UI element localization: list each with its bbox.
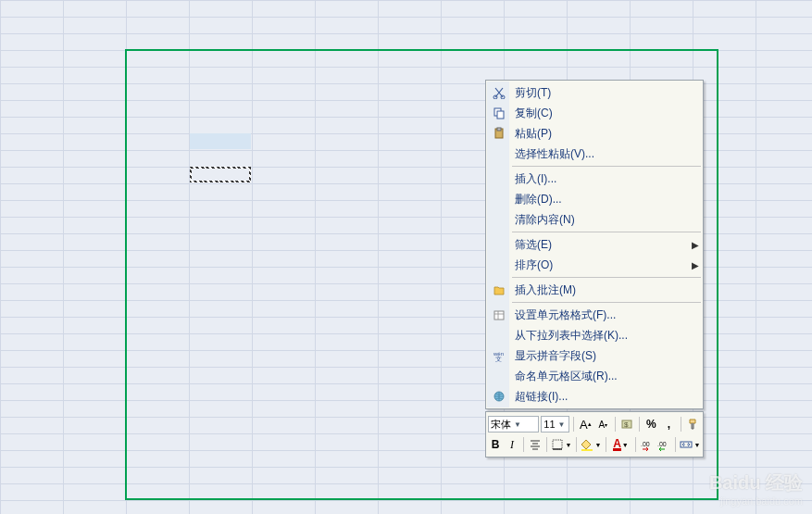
menu-label: 清除内容(N) xyxy=(515,212,699,228)
dropdown-caret-icon: ▼ xyxy=(558,420,566,429)
mini-toolbar: 宋体 ▼ 11 ▼ A▴ A▾ $ % , B I ▼ xyxy=(485,411,704,458)
blank-icon xyxy=(491,237,507,252)
menu-copy[interactable]: 复制(C) xyxy=(486,103,703,123)
menu-label: 超链接(I)... xyxy=(515,389,699,405)
menu-separator xyxy=(512,302,701,303)
menu-paste-special[interactable]: 选择性粘贴(V)... xyxy=(486,144,703,164)
menu-label: 粘贴(P) xyxy=(515,126,699,142)
submenu-arrow-icon: ▶ xyxy=(692,240,699,250)
menu-phonetic[interactable]: wén文 显示拼音字段(S) xyxy=(486,345,703,366)
align-center-button[interactable] xyxy=(528,436,543,453)
font-name-combo[interactable]: 宋体 ▼ xyxy=(488,416,539,433)
italic-button[interactable]: I xyxy=(505,436,519,453)
menu-delete[interactable]: 删除(D)... xyxy=(486,189,703,209)
font-name-value: 宋体 xyxy=(491,418,511,432)
svg-rect-3 xyxy=(497,111,504,119)
svg-rect-6 xyxy=(494,311,504,320)
menu-label: 命名单元格区域(R)... xyxy=(515,369,699,384)
svg-rect-13 xyxy=(581,449,593,451)
menu-pick-from-list[interactable]: 从下拉列表中选择(K)... xyxy=(486,325,703,345)
menu-label: 设置单元格格式(F)... xyxy=(515,307,699,323)
hyperlink-icon xyxy=(491,389,507,404)
menu-separator xyxy=(512,232,701,232)
menu-hyperlink[interactable]: 超链接(I)... xyxy=(486,386,703,407)
menu-name-range[interactable]: 命名单元格区域(R)... xyxy=(486,366,703,386)
svg-text:文: 文 xyxy=(495,356,502,362)
bold-button[interactable]: B xyxy=(488,436,503,453)
menu-sort[interactable]: 排序(O) ▶ xyxy=(486,255,703,275)
menu-label: 复制(C) xyxy=(515,106,699,121)
borders-button[interactable]: ▼ xyxy=(551,436,572,453)
submenu-arrow-icon: ▶ xyxy=(692,260,699,270)
increase-decimal-button[interactable]: .00 xyxy=(656,436,671,453)
menu-format-cells[interactable]: 设置单元格格式(F)... xyxy=(486,305,703,325)
menu-clear[interactable]: 清除内容(N) xyxy=(486,209,703,230)
phonetic-icon: wén文 xyxy=(491,348,507,363)
svg-rect-5 xyxy=(497,128,501,131)
decrease-decimal-button[interactable]: .00 xyxy=(640,436,655,453)
menu-filter[interactable]: 筛选(E) ▶ xyxy=(486,234,703,255)
folder-icon xyxy=(491,282,507,297)
svg-rect-12 xyxy=(553,440,562,449)
menu-label: 删除(D)... xyxy=(515,192,699,207)
accounting-format-button[interactable]: $ xyxy=(619,416,635,433)
merge-center-button[interactable]: ▼ xyxy=(680,436,701,453)
paste-icon xyxy=(491,126,507,141)
context-menu: 剪切(T) 复制(C) 粘贴(P) 选择性粘贴(V)... 插入(I)... 删… xyxy=(485,80,704,409)
fill-color-button[interactable]: ▼ xyxy=(581,436,602,453)
menu-separator xyxy=(512,166,701,167)
active-cell-marquee xyxy=(190,167,251,182)
scissors-icon xyxy=(491,85,507,100)
font-color-button[interactable]: A ▼ xyxy=(610,436,631,453)
format-painter-button[interactable] xyxy=(685,416,701,433)
menu-cut[interactable]: 剪切(T) xyxy=(486,82,703,103)
grow-font-button[interactable]: A▴ xyxy=(578,416,593,433)
blank-icon xyxy=(491,369,507,383)
svg-text:.00: .00 xyxy=(657,441,667,447)
menu-label: 选择性粘贴(V)... xyxy=(515,146,699,162)
dropdown-caret-icon: ▼ xyxy=(514,420,521,429)
menu-label: 插入批注(M) xyxy=(515,282,699,298)
blank-icon xyxy=(491,146,507,161)
percent-button[interactable]: % xyxy=(643,416,659,433)
comma-button[interactable]: , xyxy=(661,416,677,433)
font-size-value: 11 xyxy=(543,419,555,430)
menu-label: 筛选(E) xyxy=(515,237,692,253)
blank-icon xyxy=(491,212,507,227)
menu-paste[interactable]: 粘贴(P) xyxy=(486,123,703,144)
menu-label: 插入(I)... xyxy=(515,171,699,187)
menu-label: 显示拼音字段(S) xyxy=(515,348,699,364)
copy-icon xyxy=(491,106,507,120)
format-icon xyxy=(491,307,507,322)
svg-text:$: $ xyxy=(624,420,629,429)
shrink-font-button[interactable]: A▾ xyxy=(595,416,611,433)
menu-label: 剪切(T) xyxy=(515,85,699,101)
menu-label: 排序(O) xyxy=(515,257,692,273)
svg-text:.00: .00 xyxy=(641,441,650,447)
menu-insert[interactable]: 插入(I)... xyxy=(486,169,703,189)
menu-label: 从下拉列表中选择(K)... xyxy=(515,328,699,344)
menu-insert-comment[interactable]: 插入批注(M) xyxy=(486,280,703,300)
blank-icon xyxy=(491,192,507,207)
font-size-combo[interactable]: 11 ▼ xyxy=(541,416,569,433)
highlighted-cell xyxy=(190,133,251,149)
blank-icon xyxy=(491,257,507,272)
blank-icon xyxy=(491,328,507,343)
blank-icon xyxy=(491,171,507,186)
menu-separator xyxy=(512,277,701,278)
